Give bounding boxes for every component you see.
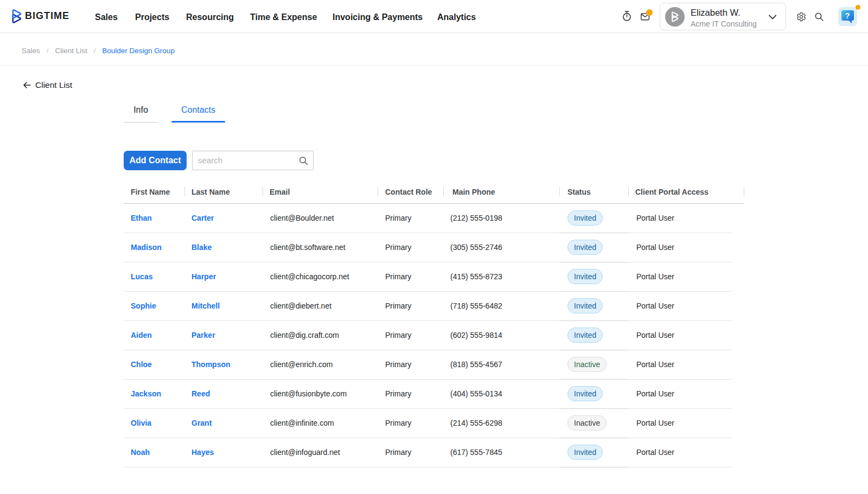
svg-text:?: ? — [845, 11, 850, 20]
